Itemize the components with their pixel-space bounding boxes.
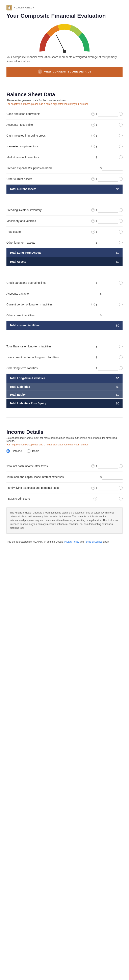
harvested-crop-info-icon[interactable]: ? <box>91 145 95 148</box>
other-current-assets-circle-icon[interactable] <box>119 177 123 181</box>
disclaimer-box: The Financial Health Check is a tool int… <box>6 508 123 534</box>
term-loan-icons: $ <box>100 474 123 480</box>
real-estate-row: Real estate ? $ <box>6 226 123 237</box>
other-current-assets-label: Other current assets <box>6 177 90 181</box>
machinery-vehicles-icons: ? $ <box>91 218 123 224</box>
other-current-liabilities-label: Other current liabilities <box>6 313 98 317</box>
growing-crops-icons: ? $ <box>91 133 123 138</box>
badge-icon: 📋 <box>6 5 12 10</box>
market-livestock-input[interactable] <box>98 155 118 160</box>
growing-crops-circle-icon[interactable] <box>119 134 123 137</box>
growing-crops-input[interactable] <box>98 133 118 138</box>
long-term-assets-section: Breeding livestock inventory ? $ Machine… <box>0 199 129 248</box>
terms-link[interactable]: Terms of Service <box>84 540 102 543</box>
fico-score-row: FICOs credit score ? <box>6 493 123 504</box>
prepaid-expenses-input[interactable] <box>102 165 123 171</box>
footer-apply: apply. <box>102 540 109 543</box>
gauge-description: Your composite financial evaluation scor… <box>6 55 123 64</box>
cash-circle-icon[interactable] <box>119 112 123 116</box>
privacy-policy-link[interactable]: Privacy Policy <box>64 540 79 543</box>
credit-cards-circle-icon[interactable] <box>119 281 123 285</box>
less-current-portion-input[interactable] <box>98 355 118 360</box>
health-check-header: 📋 HEALTH CHECK Your Composite Financial … <box>0 0 129 80</box>
machinery-vehicles-info-icon[interactable]: ? <box>91 219 95 223</box>
breeding-livestock-input[interactable] <box>98 208 118 213</box>
other-long-term-assets-circle-icon[interactable] <box>119 241 123 244</box>
breeding-livestock-info-icon[interactable]: ? <box>91 208 95 212</box>
current-portion-circle-icon[interactable] <box>119 302 123 306</box>
balance-sheet-subtitle: Please enter year-end data for the most … <box>6 99 123 102</box>
family-living-input[interactable] <box>98 485 118 490</box>
footer-text: This site is protected by reCAPTCHA and … <box>6 540 64 543</box>
other-lt-liabilities-input[interactable] <box>98 366 118 371</box>
net-cash-income-input[interactable] <box>98 464 118 469</box>
net-cash-income-circle-icon[interactable] <box>119 464 123 468</box>
machinery-vehicles-input[interactable] <box>98 218 118 224</box>
total-current-assets-row: Total current assets $0 <box>6 185 123 194</box>
income-details-section: Income Details Select detailed income in… <box>0 418 129 534</box>
total-current-assets-label: Total current assets <box>10 188 36 191</box>
total-balance-lt-label: Total Balance on long-term liabilities <box>6 345 94 348</box>
other-long-term-assets-input[interactable] <box>98 240 118 245</box>
accounts-receivable-icons: ? $ <box>91 122 123 127</box>
fico-score-info-icon[interactable]: ? <box>94 497 97 500</box>
growing-crops-info-icon[interactable]: ? <box>91 134 95 137</box>
total-liabilities-row: Total Liabilities $0 <box>6 383 123 391</box>
harvested-crop-circle-icon[interactable] <box>119 145 123 148</box>
real-estate-circle-icon[interactable] <box>119 230 123 234</box>
family-living-info-icon[interactable]: ? <box>91 486 95 490</box>
breeding-livestock-circle-icon[interactable] <box>119 208 123 212</box>
current-portion-info-icon[interactable]: ? <box>91 302 95 306</box>
balance-sheet-note: For negative numbers, please add a minus… <box>6 103 123 105</box>
other-lt-liabilities-circle-icon[interactable] <box>119 366 123 370</box>
basic-radio-circle[interactable] <box>27 449 31 453</box>
detailed-radio-option[interactable]: Detailed <box>6 449 22 453</box>
current-assets-group: Cash and cash equivalents ? $ Accounts R… <box>6 109 123 185</box>
fico-score-label: FICOs credit score <box>6 497 92 500</box>
family-living-circle-icon[interactable] <box>119 486 123 490</box>
market-livestock-icons: $ <box>96 155 123 160</box>
fico-score-input[interactable] <box>98 496 118 501</box>
harvested-crop-row: Harvested crop inventory ? $ <box>6 141 123 152</box>
family-living-label: Family living expenses and personal uses <box>6 486 90 490</box>
fico-score-circle-icon[interactable] <box>119 497 123 500</box>
other-current-assets-input[interactable] <box>98 177 118 181</box>
other-current-liabilities-input[interactable] <box>102 313 123 318</box>
other-current-assets-row: Other current assets ? $ <box>6 174 123 185</box>
accounts-payable-input[interactable] <box>102 291 123 296</box>
long-term-liabilities-section: Total Balance on long-term liabilities $… <box>0 335 129 374</box>
accounts-receivable-input[interactable] <box>98 122 118 127</box>
market-livestock-circle-icon[interactable] <box>119 156 123 159</box>
real-estate-info-icon[interactable]: ? <box>91 230 95 234</box>
view-score-label: VIEW CURRENT SCORE DETAILS <box>44 70 92 73</box>
svg-line-0 <box>56 35 64 51</box>
less-current-portion-circle-icon[interactable] <box>119 355 123 359</box>
total-liab-equity-row: Total Liabilities Plus Equity $0 <box>6 399 123 408</box>
current-portion-input[interactable] <box>98 302 118 307</box>
credit-cards-icons: $ <box>96 280 123 285</box>
total-long-term-assets-value: $0 <box>116 251 119 255</box>
machinery-vehicles-circle-icon[interactable] <box>119 219 123 223</box>
cash-info-icon[interactable]: ? <box>91 112 95 116</box>
accounts-receivable-info-icon[interactable]: ? <box>91 123 95 127</box>
accounts-receivable-circle-icon[interactable] <box>119 123 123 127</box>
footer-note: This site is protected by reCAPTCHA and … <box>0 537 129 550</box>
balance-sheet-section: Balance Sheet Data Please enter year-end… <box>0 80 129 185</box>
accounts-payable-row: Accounts payable $ <box>6 288 123 299</box>
net-cash-income-info-icon[interactable]: ? <box>91 464 95 468</box>
view-score-button[interactable]: C VIEW CURRENT SCORE DETAILS <box>6 67 123 77</box>
basic-radio-option[interactable]: Basic <box>27 449 39 453</box>
real-estate-input[interactable] <box>98 229 118 234</box>
growing-crops-label: Cash invested in growing crops <box>6 134 90 137</box>
cash-equivalents-input[interactable] <box>98 111 118 116</box>
total-balance-lt-circle-icon[interactable] <box>119 345 123 348</box>
detailed-radio-circle[interactable] <box>6 449 10 453</box>
other-current-assets-info-icon[interactable]: ? <box>91 177 95 181</box>
less-current-portion-label: Less current portion of long-term liabil… <box>6 355 94 359</box>
total-balance-lt-input[interactable] <box>98 344 118 349</box>
credit-cards-input[interactable] <box>98 280 118 285</box>
basic-radio-label: Basic <box>32 449 39 453</box>
harvested-crop-input[interactable] <box>98 144 118 149</box>
machinery-vehicles-label: Machinery and vehicles <box>6 219 90 223</box>
term-loan-input[interactable] <box>102 474 123 480</box>
